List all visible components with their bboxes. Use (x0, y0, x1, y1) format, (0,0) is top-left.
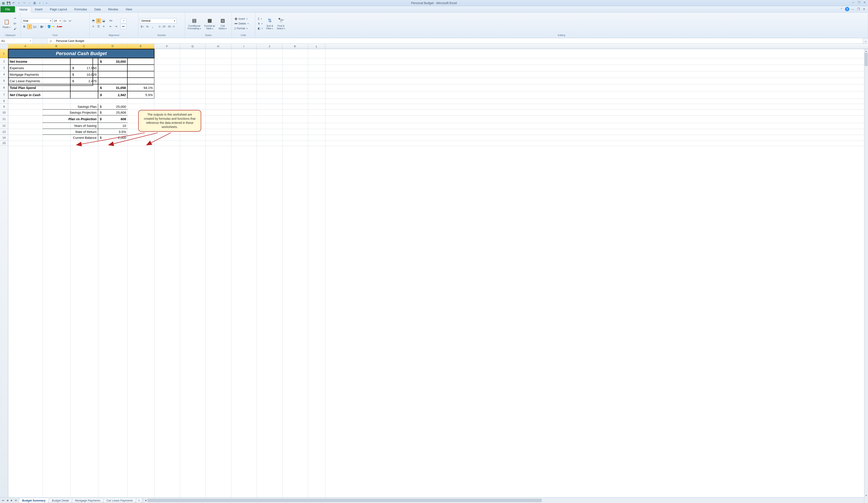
cell-D11[interactable]: $606 (98, 115, 127, 123)
cell-D6[interactable]: $31,058 (98, 84, 127, 91)
cell-D13[interactable]: 3.5% (98, 129, 127, 135)
cell-C6[interactable] (70, 84, 98, 91)
cell-C2[interactable] (70, 58, 98, 65)
cell-D14[interactable]: $2,000 (98, 135, 127, 140)
scroll-up-icon[interactable]: ▲ (864, 49, 868, 53)
col-header-I[interactable]: I (231, 44, 257, 49)
cell-E5[interactable] (127, 78, 154, 84)
col-header-F[interactable]: F (154, 44, 180, 49)
format-painter-icon[interactable]: 🖌 (13, 27, 17, 31)
workbook-restore-icon[interactable]: ❐ (856, 7, 861, 11)
cell-D12[interactable]: 10 (98, 123, 127, 129)
cell-A2[interactable]: Net Income (8, 58, 70, 65)
cell-E2[interactable] (127, 58, 154, 65)
col-header-H[interactable]: H (206, 44, 231, 49)
sort-filter-button[interactable]: ⇅Sort &Filter (265, 17, 275, 30)
col-header-G[interactable]: G (180, 44, 206, 49)
excel-icon[interactable]: ▦ (1, 1, 6, 6)
sheet-tab-car-lease-payments[interactable]: Car Lease Payments (103, 498, 137, 503)
format-as-table-button[interactable]: ▦Format asTable (203, 17, 217, 30)
cell-C5[interactable]: $2,479 (70, 78, 98, 84)
cell-BC10[interactable]: Savings Projection (42, 109, 98, 115)
select-all-corner[interactable] (0, 44, 8, 49)
row-header-6[interactable]: 6 (0, 84, 8, 91)
undo-dropdown-icon[interactable]: ▾ (17, 1, 21, 6)
minimize-icon[interactable]: — (851, 0, 856, 4)
align-top-icon[interactable]: ⬒ (91, 19, 96, 23)
cell-A7[interactable]: Net Change in Cash (8, 91, 70, 98)
horizontal-scrollbar[interactable]: ◀ ▶ (143, 497, 868, 503)
conditional-formatting-button[interactable]: ▤ConditionalFormatting (186, 17, 202, 30)
delete-cells-button[interactable]: ➖Delete (233, 21, 250, 26)
cell-C7[interactable] (70, 91, 98, 98)
scroll-down-icon[interactable]: ▼ (864, 493, 868, 497)
workbook-minimize-icon[interactable]: — (851, 7, 855, 11)
tab-page-layout[interactable]: Page Layout (46, 6, 71, 12)
clear-button[interactable]: ◧ (257, 26, 264, 31)
cell-D9[interactable]: $25,000 (98, 104, 127, 109)
cell-A6[interactable]: Total Plan Spend (8, 84, 70, 91)
decrease-indent-icon[interactable]: ⇤ (108, 24, 113, 29)
qat-customize-icon[interactable]: ▾ (44, 1, 49, 6)
decrease-decimal-icon[interactable]: .00→.0 (167, 24, 175, 29)
cell-D3[interactable] (98, 65, 127, 71)
align-middle-icon[interactable]: ☰ (96, 19, 101, 23)
cell-title[interactable]: Personal Cash Budget (8, 49, 154, 58)
prev-sheet-icon[interactable]: ◀ (5, 498, 10, 503)
format-cells-button[interactable]: ▯Format (233, 26, 250, 31)
row-header-12[interactable]: 12 (0, 123, 8, 129)
hscroll-thumb[interactable] (147, 499, 541, 502)
formula-input[interactable]: Personal Cash Budget (54, 39, 863, 42)
col-header-C[interactable]: C (70, 44, 98, 49)
cell-BC12[interactable]: Years of Saving (42, 123, 98, 129)
col-header-D[interactable]: D (98, 44, 127, 49)
tab-review[interactable]: Review (105, 6, 122, 12)
align-left-icon[interactable]: ≡ (91, 24, 96, 29)
cell-A5[interactable]: Car Lease Payments (8, 78, 70, 84)
workbook-close-icon[interactable]: ✕ (862, 7, 866, 11)
cell-D5[interactable] (98, 78, 127, 84)
row-header-11[interactable]: 11 (0, 115, 8, 123)
vertical-scrollbar[interactable]: ▲ ▼ (864, 49, 868, 497)
italic-button[interactable]: I (27, 24, 32, 29)
cell-BC14[interactable]: Current Balance (42, 135, 98, 140)
row-header-5[interactable]: 5 (0, 78, 8, 84)
save-icon[interactable]: 💾 (6, 1, 11, 6)
row-header-13[interactable]: 13 (0, 129, 8, 135)
redo-dropdown-icon[interactable]: ▾ (27, 1, 32, 6)
orientation-icon[interactable]: ⟲▾ (108, 19, 113, 23)
print-dropdown-icon[interactable]: ▾ (37, 1, 42, 6)
align-right-icon[interactable]: ≡ (101, 24, 106, 29)
fill-color-icon[interactable]: 🪣▾ (46, 24, 55, 29)
row-header-14[interactable]: 14 (0, 135, 8, 140)
bold-button[interactable]: B (22, 24, 27, 29)
cell-C4[interactable]: $10,629 (70, 71, 98, 78)
align-bottom-icon[interactable]: ⬓ (101, 19, 106, 23)
col-header-B[interactable]: B (42, 44, 70, 49)
cell-E4[interactable] (127, 71, 154, 78)
cell-E6[interactable]: 94.1% (127, 84, 154, 91)
expand-formula-bar-icon[interactable]: ⌄ (863, 38, 868, 44)
number-format-select[interactable]: General▾ (140, 18, 177, 23)
cell-A4[interactable]: Mortgage Payments (8, 71, 70, 78)
cell-BC11[interactable]: Plan vs Projection (42, 115, 98, 123)
name-box[interactable]: A1▾ (0, 38, 32, 44)
autosum-button[interactable]: Σ (257, 17, 264, 21)
row-header-9[interactable]: 9 (0, 104, 8, 109)
row-header-7[interactable]: 7 (0, 91, 8, 98)
row-header-10[interactable]: 10 (0, 109, 8, 115)
cell-D10[interactable]: $25,606 (98, 109, 127, 115)
tab-view[interactable]: View (122, 6, 136, 12)
find-select-button[interactable]: 🔭Find &Select (275, 17, 287, 30)
font-size-select[interactable]: 14▾ (53, 18, 62, 23)
tab-data[interactable]: Data (91, 6, 105, 12)
col-header-L[interactable]: L (308, 44, 325, 49)
accounting-format-icon[interactable]: $▾ (140, 24, 145, 29)
font-name-select[interactable]: Arial▾ (22, 18, 52, 23)
cell-A3[interactable]: Expenses (8, 65, 70, 71)
tab-home[interactable]: Home (16, 6, 31, 13)
row-header-4[interactable]: 4 (0, 71, 8, 78)
sheet-tab-budget-summary[interactable]: Budget Summary (19, 498, 49, 503)
next-sheet-icon[interactable]: ▶ (10, 498, 14, 503)
copy-icon[interactable]: ⎘▾ (13, 21, 17, 26)
